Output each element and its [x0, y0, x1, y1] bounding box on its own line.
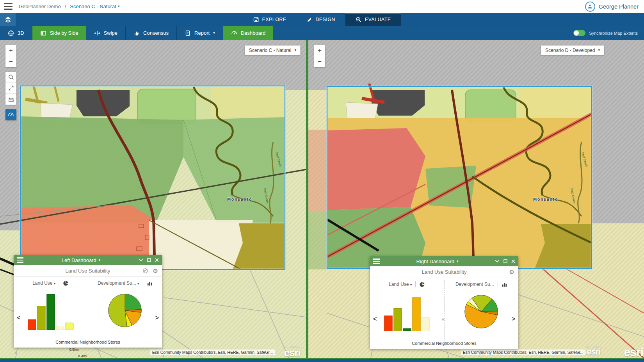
evaluate-icon [356, 16, 362, 23]
map-attribution: Esri Community Maps Contributors, Esri, … [461, 350, 585, 355]
left-dashboard-header: Left Dashboard▾ [14, 255, 162, 265]
pie-chart-icon[interactable] [63, 280, 69, 286]
carousel-next-icon[interactable]: > [155, 314, 159, 321]
app-menu-icon[interactable] [4, 3, 12, 10]
esri-logo: POWERED BY esri [587, 346, 607, 356]
collapse-icon[interactable] [495, 260, 500, 263]
development-suitability-pie-chart[interactable] [463, 294, 499, 330]
development-suitability-pie-chart[interactable] [107, 292, 143, 328]
dashboard-gauge-icon [231, 30, 237, 36]
zoom-out-button[interactable]: − [5, 56, 16, 67]
left-dashboard-body: < Land Use ▾ Development Su... ▾ [14, 277, 162, 347]
esri-logo: POWERED BY esri [284, 346, 304, 357]
land-use-bar-chart[interactable] [28, 294, 73, 330]
esri-logo-corner: esri [624, 347, 643, 357]
left-dashboard-title-dropdown[interactable]: Left Dashboard▾ [23, 257, 139, 263]
development-suitability-widget: Development Su... ▾ [88, 277, 162, 347]
city-label: Monsanto [227, 197, 252, 202]
side-by-side-button[interactable]: Side by Side [32, 26, 86, 40]
right-dashboard-header: Right Dashboard▾ [370, 256, 518, 266]
carousel-prev-icon[interactable]: < [17, 314, 20, 321]
sync-extents-toggle[interactable] [573, 30, 585, 36]
right-dashboard-title-dropdown[interactable]: Right Dashboard▾ [380, 259, 495, 264]
bar-chart-icon[interactable] [502, 282, 507, 287]
right-dashboard-panel: Right Dashboard▾ Land Use Suitability ⚙ … [370, 256, 518, 349]
swipe-icon [94, 30, 100, 36]
chart-caption: Commercial Neighborhood Stores [14, 340, 162, 344]
maximize-icon[interactable] [147, 258, 151, 262]
panel-title: Land Use Suitability [370, 269, 518, 275]
zoom-in-button[interactable]: + [5, 45, 16, 56]
collapse-icon[interactable] [139, 259, 143, 262]
chart-field-dropdown[interactable]: Development Su... ▾ [98, 280, 139, 286]
dashboard-menu-icon[interactable] [17, 257, 23, 263]
consensus-button[interactable]: Consensus [126, 26, 177, 40]
development-suitability-widget: Development Su... [445, 278, 519, 348]
app-title: GeoPlanner Demo [19, 4, 61, 9]
zoom-in-button[interactable]: + [314, 45, 325, 56]
pie-chart-icon[interactable] [419, 282, 425, 287]
right-dashboard-subbar: Land Use Suitability ⚙ [370, 266, 518, 278]
side-by-side-maps: Monsanto Seal Creek Seal Creek Scenario … [0, 40, 644, 359]
close-icon[interactable] [155, 258, 159, 262]
search-icon[interactable] [5, 72, 16, 83]
tab-evaluate[interactable]: EVALUATE [345, 13, 401, 26]
side-by-side-icon [40, 30, 46, 36]
main-nav: EXPLORE DESIGN EVALUATE [0, 13, 644, 26]
zoom-out-button[interactable]: − [314, 56, 325, 67]
report-button[interactable]: Report ▾ [177, 26, 223, 40]
scenario-dropdown[interactable]: Scenario C - Natural▾ [70, 4, 119, 9]
maximize-icon[interactable] [503, 259, 507, 263]
right-map-scenario-selector[interactable]: Scenario D - Developed▾ [541, 45, 604, 55]
chart-field-dropdown[interactable]: Land Use ▾ [32, 280, 55, 286]
left-dashboard-panel: Left Dashboard▾ Land Use Suitability ⚙ < [14, 255, 162, 348]
city-label: Monsanto [533, 197, 558, 202]
right-map-zoom-controls: + − [314, 45, 325, 67]
land-use-widget: Land Use ▾ [14, 277, 88, 347]
explore-icon [253, 17, 259, 23]
visibility-icon[interactable] [142, 268, 148, 274]
user-name: George Planner [599, 4, 639, 10]
left-map-scenario-selector[interactable]: Scenario C - Natural▾ [245, 45, 301, 55]
scale-bar: 0.8km 0.4mi [16, 352, 79, 354]
panel-title: Land Use Suitability [14, 268, 162, 274]
left-dashboard-subbar: Land Use Suitability ⚙ [14, 265, 162, 277]
nav-tabs: EXPLORE DESIGN EVALUATE [243, 13, 401, 26]
default-extent-icon[interactable] [5, 83, 16, 94]
right-map[interactable]: Monsanto Seal Creek Seal Creek Scenario … [308, 40, 644, 358]
breadcrumb-separator: / [65, 4, 66, 9]
chart-field-dropdown[interactable]: Land Use ▾ [389, 282, 412, 287]
close-icon[interactable] [511, 259, 515, 263]
left-map-zoom-controls: + − [5, 45, 16, 67]
bar-chart-icon[interactable] [147, 280, 153, 286]
dashboard-button[interactable]: Dashboard [223, 26, 274, 40]
user-avatar-icon [585, 2, 595, 12]
measure-icon[interactable] [5, 94, 16, 105]
gear-icon[interactable]: ⚙ [153, 267, 158, 275]
globe-icon [8, 30, 14, 36]
left-map[interactable]: Monsanto Seal Creek Seal Creek Scenario … [0, 40, 306, 358]
tab-design[interactable]: DESIGN [296, 13, 345, 26]
dashboard-menu-icon[interactable] [373, 259, 380, 264]
gear-icon[interactable]: ⚙ [509, 269, 514, 276]
swipe-button[interactable]: Swipe [86, 26, 126, 40]
map-dashboard-toggle[interactable] [5, 109, 16, 120]
land-use-widget: Land Use ▾ [370, 278, 444, 348]
consensus-icon [133, 30, 140, 36]
chart-caption: Commercial Neighborhood Stores [370, 341, 518, 346]
right-dashboard-body: < Land Use ▾ « Development Su... [370, 278, 518, 348]
map-attribution: Esri Community Maps Contributors, Esri, … [150, 350, 275, 355]
report-caret-icon: ▾ [213, 31, 215, 35]
breadcrumb: GeoPlanner Demo / Scenario C - Natural▾ [19, 4, 120, 9]
tab-explore[interactable]: EXPLORE [243, 13, 297, 26]
user-menu[interactable]: George Planner [585, 2, 639, 12]
top-bar: GeoPlanner Demo / Scenario C - Natural▾ … [0, 0, 644, 13]
carousel-next-icon[interactable]: > [512, 316, 515, 323]
chart-field-dropdown[interactable]: Development Su... [455, 282, 494, 287]
layers-icon[interactable] [0, 13, 16, 26]
sync-extents-label: Synchronize Map Extents [589, 31, 638, 36]
land-use-bar-chart[interactable] [384, 297, 430, 331]
pencil-icon [306, 17, 312, 23]
carousel-prev-icon[interactable]: < [373, 316, 377, 323]
3d-button[interactable]: 3D [0, 26, 32, 40]
